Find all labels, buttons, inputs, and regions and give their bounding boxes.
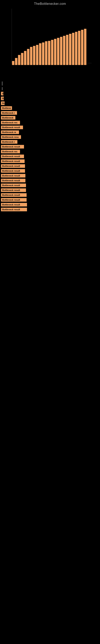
result-bar: Bottleneck r: [1, 111, 17, 115]
result-bar: Bottlene: [1, 106, 12, 110]
result-bar: Bo: [1, 102, 4, 105]
result-row: Bottleneck: [1, 116, 99, 120]
result-bar: B: [1, 92, 3, 96]
result-bar: Bottleneck result: [1, 184, 26, 187]
result-row: Bottleneck r: [1, 140, 99, 144]
result-bar: Bottleneck result: [1, 208, 27, 211]
result-row: Bottleneck result: [1, 188, 99, 192]
result-bar: B: [1, 96, 4, 100]
result-row: Bottleneck result: [1, 160, 99, 163]
site-title: TheBottlenecker.com: [0, 0, 100, 7]
result-row: B: [1, 96, 99, 100]
result-row: Bottleneck result: [1, 169, 99, 173]
result-bar: Bottleneck result: [1, 174, 25, 178]
result-bar: Bottleneck result: [1, 160, 25, 163]
result-row: Bottleneck result: [1, 208, 99, 211]
result-row: Bottlene: [1, 106, 99, 110]
results-list: BBBoBottleneBottleneck rBottleneckBottle…: [0, 92, 100, 211]
result-row: Bottleneck result: [1, 179, 99, 182]
result-row: Bottleneck result: [1, 126, 99, 129]
result-bar: Bottleneck result: [1, 145, 24, 148]
result-row: Bottleneck r: [1, 111, 99, 115]
result-row: Bottleneck result: [1, 193, 99, 197]
result-bar: Bottleneck: [1, 116, 15, 120]
result-row: Bottleneck result: [1, 198, 99, 202]
result-row: Bo: [1, 102, 99, 105]
main-content: TheBottlenecker.com: [0, 0, 100, 211]
result-bar: Bottleneck resu: [1, 135, 21, 139]
result-bar: Bottleneck res: [1, 150, 20, 153]
result-row: Bottleneck result: [1, 145, 99, 148]
result-bar: Bottleneck result: [1, 198, 27, 202]
result-bar: Bottleneck result: [1, 188, 26, 192]
result-bar: Bottleneck result: [1, 169, 25, 173]
result-bar: Bottleneck result: [1, 164, 25, 168]
top-section: TheBottlenecker.com: [0, 0, 100, 80]
result-bar: Bottleneck result: [1, 203, 27, 206]
result-bar: Bottleneck result: [1, 179, 25, 182]
result-row: B: [1, 92, 99, 96]
result-bar: Bottleneck res: [1, 121, 20, 124]
result-row: Bottleneck re: [1, 130, 99, 134]
result-bar: Bottleneck result: [1, 154, 24, 158]
result-bar: Bottleneck r: [1, 140, 17, 144]
result-row: Bottleneck res: [1, 121, 99, 124]
result-row: Bottleneck result: [1, 203, 99, 206]
result-row: Bottleneck result: [1, 154, 99, 158]
result-row: Bottleneck result: [1, 174, 99, 178]
result-bar: Bottleneck result: [1, 126, 23, 129]
result-row: Bottleneck res: [1, 150, 99, 153]
result-bar: Bottleneck result: [1, 193, 27, 197]
result-row: Bottleneck result: [1, 184, 99, 187]
result-bar: Bottleneck re: [1, 130, 19, 134]
result-row: Bottleneck resu: [1, 135, 99, 139]
result-row: Bottleneck result: [1, 164, 99, 168]
